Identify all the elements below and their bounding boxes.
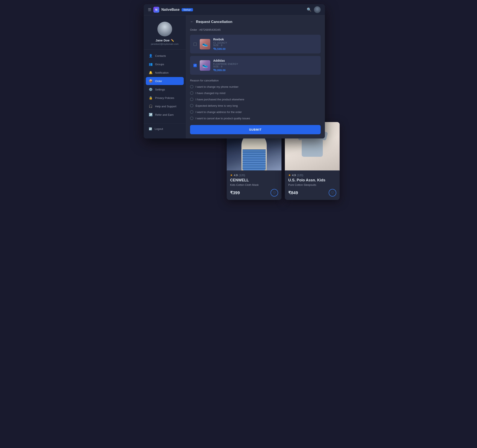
adidas-brand: Addidas (213, 59, 317, 62)
cenwell-wishlist-button[interactable]: ♡ (270, 189, 278, 197)
sidebar: Jane Doe ✏️ janedoe2@mydomain.com 👤 Cont… (144, 15, 186, 139)
cenwell-price: ₹399 (230, 190, 240, 195)
page-title: Request Cancellation (196, 20, 233, 24)
uspolo-rating: ★ 4.9 (120) (288, 173, 336, 177)
reason-3-text: I have purchased the product elsewhere (196, 98, 244, 101)
reason-2[interactable]: I have changed my mind (190, 91, 321, 95)
profile-name-row: Jane Doe ✏️ (155, 39, 174, 42)
sidebar-footer: ↩️ Logout (144, 123, 186, 134)
cenwell-heart-icon: ♡ (273, 191, 276, 195)
nav-items: 👤 Contacts 👥 Groups 🔔 Notification 📦 Ord… (144, 52, 186, 123)
adidas-img (200, 60, 210, 71)
reason-4-radio[interactable] (190, 104, 193, 107)
reebok-image (200, 39, 210, 49)
profile-email: janedoe2@mydomain.com (151, 43, 179, 45)
contacts-icon: 👤 (149, 54, 153, 58)
uspolo-star-icon: ★ (288, 173, 291, 177)
sidebar-item-refer[interactable]: ↗️ Refer and Earn (146, 111, 184, 119)
order-items-list: Reebok CL LEGACY Size : 8 ₹6,599.00 ✓ (190, 35, 321, 75)
cancellation-section-label: Reason for cancellation (190, 79, 321, 82)
reebok-price: ₹6,599.00 (213, 47, 317, 51)
main-layout: Jane Doe ✏️ janedoe2@mydomain.com 👤 Cont… (144, 15, 325, 139)
reebok-img (200, 39, 210, 49)
cenwell-rating-value: 4.9 (234, 174, 238, 177)
hamburger-icon[interactable]: ☰ (148, 7, 151, 12)
edit-profile-icon[interactable]: ✏️ (171, 39, 174, 42)
uspolo-price: ₹849 (288, 190, 298, 195)
cenwell-star-icon: ★ (230, 173, 233, 177)
adidas-checkbox[interactable]: ✓ (193, 64, 197, 67)
reason-4[interactable]: Expected delivery time is very long (190, 104, 321, 107)
sidebar-item-settings[interactable]: ⚙️ Settings (146, 85, 184, 93)
reason-4-text: Expected delivery time is very long (196, 104, 238, 107)
sidebar-item-groups-label: Groups (155, 63, 164, 66)
logo-icon: N (153, 7, 159, 13)
back-button[interactable]: ← (190, 20, 194, 24)
reason-5-radio[interactable] (190, 110, 193, 114)
cenwell-name: Kids Cotton Cloth Mask (230, 183, 278, 186)
sidebar-item-order-label: Order (155, 80, 162, 83)
order-id: Order : #9726895435345 (190, 28, 321, 31)
sidebar-item-contacts-label: Contacts (155, 54, 166, 58)
order-item-adidas[interactable]: ✓ Addidas FLOATRIDE ENERGY Size : 8 ₹8,9… (190, 56, 321, 75)
reason-5[interactable]: I want to change address for the order (190, 110, 321, 114)
cenwell-rating-count: (120) (239, 174, 245, 177)
adidas-subtitle: FLOATRIDE ENERGY Size : 8 (213, 63, 317, 68)
sidebar-item-help[interactable]: 🎧 Help and Support (146, 102, 184, 110)
sidebar-item-groups[interactable]: 👥 Groups (146, 60, 184, 68)
refer-icon: ↗️ (149, 113, 153, 116)
privacy-icon: 🔒 (149, 96, 153, 100)
reason-5-text: I want to change address for the order (196, 111, 242, 114)
search-icon[interactable]: 🔍 (307, 7, 311, 12)
page-header: ← Request Cancellation (190, 20, 321, 24)
uspolo-heart-icon: ♡ (331, 191, 334, 195)
reason-1-radio[interactable] (190, 85, 193, 88)
reason-3[interactable]: I have purchased the product elsewhere (190, 98, 321, 101)
uspolo-rating-count: (120) (297, 174, 303, 177)
sidebar-item-order[interactable]: 📦 Order (146, 77, 184, 85)
settings-icon: ⚙️ (149, 87, 153, 91)
startup-badge: Startup+ (182, 8, 193, 11)
logout-label: Logout (155, 127, 163, 130)
reason-6[interactable]: I want to cancel due to product quality … (190, 116, 321, 120)
avatar[interactable] (314, 6, 321, 13)
topbar: ☰ N NativeBase Startup+ 🔍 (144, 4, 325, 15)
reason-2-text: I have changed my mind (196, 92, 226, 95)
topbar-left: ☰ N NativeBase Startup+ (148, 7, 193, 13)
reason-1[interactable]: I want to change my phone number (190, 85, 321, 88)
cenwell-footer: ₹399 ♡ (230, 189, 278, 197)
uspolo-info: ★ 4.9 (120) U.S. Polo Assn. Kids Pure Co… (285, 170, 340, 200)
reebok-checkbox[interactable] (193, 42, 197, 46)
logout-icon: ↩️ (149, 127, 152, 130)
cenwell-rating: ★ 4.9 (120) (230, 173, 278, 177)
sidebar-item-notification-label: Notification (155, 71, 168, 74)
user-profile: Jane Doe ✏️ janedoe2@mydomain.com (144, 20, 186, 50)
uspolo-rating-value: 4.9 (292, 174, 296, 177)
uspolo-wishlist-button[interactable]: ♡ (329, 189, 336, 197)
reason-3-radio[interactable] (190, 98, 193, 101)
submit-button[interactable]: SUBMIT (190, 125, 321, 134)
adidas-price: ₹8,999.00 (213, 69, 317, 72)
uspolo-name: Pure Cotton Sleepsuits (288, 183, 336, 186)
adidas-image (200, 60, 210, 71)
reebok-subtitle: CL LEGACY Size : 8 (213, 41, 317, 47)
sidebar-item-contacts[interactable]: 👤 Contacts (146, 52, 184, 60)
profile-avatar-image (157, 22, 172, 36)
sidebar-item-privacy[interactable]: 🔒 Privacy Policies (146, 94, 184, 102)
reason-2-radio[interactable] (190, 91, 193, 95)
reason-6-radio[interactable] (190, 116, 193, 120)
logout-button[interactable]: ↩️ Logout (148, 126, 182, 132)
order-icon: 📦 (149, 79, 153, 83)
cenwell-info: ★ 4.9 (120) CENWELL Kids Cotton Cloth Ma… (227, 170, 281, 200)
avatar-image (314, 6, 321, 13)
cenwell-brand: CENWELL (230, 178, 278, 182)
order-item-reebok[interactable]: Reebok CL LEGACY Size : 8 ₹6,599.00 (190, 35, 321, 53)
reasons-list: I want to change my phone number I have … (190, 85, 321, 120)
topbar-right: 🔍 (307, 6, 321, 13)
uspolo-footer: ₹849 ♡ (288, 189, 336, 197)
sidebar-item-refer-label: Refer and Earn (155, 113, 174, 116)
reebok-brand: Reebok (213, 38, 317, 41)
brand-name: NativeBase (161, 8, 179, 12)
app-panel: ☰ N NativeBase Startup+ 🔍 (144, 4, 325, 139)
sidebar-item-notification[interactable]: 🔔 Notification (146, 69, 184, 77)
